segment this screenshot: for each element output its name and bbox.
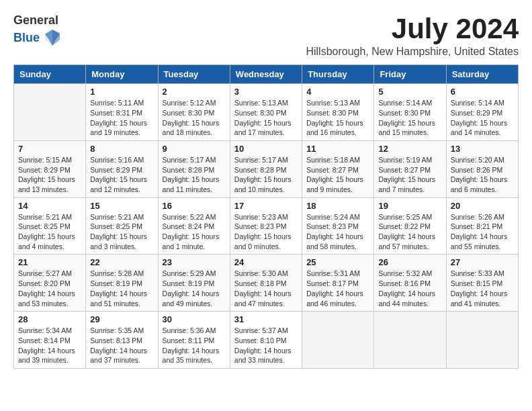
logo-general: General [13,13,58,27]
week-row-5: 28Sunrise: 5:34 AM Sunset: 8:14 PM Dayli… [14,312,519,369]
header-cell-tuesday: Tuesday [158,65,230,84]
day-number: 25 [306,257,369,267]
day-cell: 9Sunrise: 5:17 AM Sunset: 8:28 PM Daylig… [158,140,230,197]
day-cell: 24Sunrise: 5:30 AM Sunset: 8:18 PM Dayli… [230,255,302,312]
day-info: Sunrise: 5:37 AM Sunset: 8:10 PM Dayligh… [234,326,298,365]
day-number: 20 [451,201,514,211]
day-number: 12 [378,144,441,154]
header-cell-sunday: Sunday [14,65,86,84]
day-cell: 29Sunrise: 5:35 AM Sunset: 8:13 PM Dayli… [86,312,158,369]
day-cell [14,84,86,141]
day-info: Sunrise: 5:26 AM Sunset: 8:21 PM Dayligh… [451,212,514,252]
day-cell: 1Sunrise: 5:11 AM Sunset: 8:31 PM Daylig… [86,84,158,141]
day-number: 14 [18,201,81,211]
header-cell-thursday: Thursday [302,65,374,84]
day-cell: 10Sunrise: 5:17 AM Sunset: 8:28 PM Dayli… [230,140,302,197]
day-info: Sunrise: 5:18 AM Sunset: 8:27 PM Dayligh… [306,155,369,195]
day-number: 9 [163,144,226,154]
day-cell: 17Sunrise: 5:23 AM Sunset: 8:23 PM Dayli… [230,197,302,255]
day-info: Sunrise: 5:13 AM Sunset: 8:30 PM Dayligh… [306,98,369,138]
day-info: Sunrise: 5:17 AM Sunset: 8:28 PM Dayligh… [234,155,298,195]
day-cell: 8Sunrise: 5:16 AM Sunset: 8:29 PM Daylig… [86,140,158,197]
day-cell: 19Sunrise: 5:25 AM Sunset: 8:22 PM Dayli… [374,197,446,255]
day-number: 19 [378,201,441,211]
title-area: July 2024 Hillsborough, New Hampshire, U… [306,13,519,58]
day-cell: 11Sunrise: 5:18 AM Sunset: 8:27 PM Dayli… [302,140,374,197]
logo-icon [42,28,62,48]
day-number: 24 [234,257,298,267]
day-number: 30 [163,314,226,324]
day-info: Sunrise: 5:35 AM Sunset: 8:13 PM Dayligh… [90,326,153,365]
day-cell: 28Sunrise: 5:34 AM Sunset: 8:14 PM Dayli… [14,312,86,369]
day-cell: 23Sunrise: 5:29 AM Sunset: 8:19 PM Dayli… [158,255,230,312]
day-info: Sunrise: 5:16 AM Sunset: 8:29 PM Dayligh… [90,155,153,195]
day-number: 15 [90,201,153,211]
day-info: Sunrise: 5:14 AM Sunset: 8:29 PM Dayligh… [451,98,514,138]
day-cell [302,312,374,369]
day-info: Sunrise: 5:14 AM Sunset: 8:30 PM Dayligh… [378,98,441,138]
day-info: Sunrise: 5:27 AM Sunset: 8:20 PM Dayligh… [18,269,81,308]
header-row: SundayMondayTuesdayWednesdayThursdayFrid… [14,65,519,84]
location-title: Hillsborough, New Hampshire, United Stat… [306,46,519,58]
day-cell [446,312,518,369]
week-row-2: 7Sunrise: 5:15 AM Sunset: 8:29 PM Daylig… [14,140,519,197]
day-number: 18 [306,201,369,211]
day-number: 4 [306,87,369,97]
day-cell: 26Sunrise: 5:32 AM Sunset: 8:16 PM Dayli… [374,255,446,312]
day-info: Sunrise: 5:30 AM Sunset: 8:18 PM Dayligh… [234,269,298,308]
day-info: Sunrise: 5:21 AM Sunset: 8:25 PM Dayligh… [90,212,153,252]
logo: General Blue [13,13,62,48]
calendar-table: SundayMondayTuesdayWednesdayThursdayFrid… [13,64,519,369]
day-number: 2 [163,87,226,97]
day-info: Sunrise: 5:34 AM Sunset: 8:14 PM Dayligh… [18,326,81,365]
day-number: 13 [451,144,514,154]
day-number: 3 [234,87,298,97]
day-cell: 13Sunrise: 5:20 AM Sunset: 8:26 PM Dayli… [446,140,518,197]
day-cell: 30Sunrise: 5:36 AM Sunset: 8:11 PM Dayli… [158,312,230,369]
day-cell: 27Sunrise: 5:33 AM Sunset: 8:15 PM Dayli… [446,255,518,312]
day-info: Sunrise: 5:33 AM Sunset: 8:15 PM Dayligh… [451,269,514,308]
day-info: Sunrise: 5:29 AM Sunset: 8:19 PM Dayligh… [163,269,226,308]
week-row-1: 1Sunrise: 5:11 AM Sunset: 8:31 PM Daylig… [14,84,519,141]
week-row-4: 21Sunrise: 5:27 AM Sunset: 8:20 PM Dayli… [14,255,519,312]
week-row-3: 14Sunrise: 5:21 AM Sunset: 8:25 PM Dayli… [14,197,519,255]
day-cell: 31Sunrise: 5:37 AM Sunset: 8:10 PM Dayli… [230,312,302,369]
header-cell-monday: Monday [86,65,158,84]
day-info: Sunrise: 5:12 AM Sunset: 8:30 PM Dayligh… [163,98,226,138]
day-cell: 2Sunrise: 5:12 AM Sunset: 8:30 PM Daylig… [158,84,230,141]
day-cell: 21Sunrise: 5:27 AM Sunset: 8:20 PM Dayli… [14,255,86,312]
day-cell: 7Sunrise: 5:15 AM Sunset: 8:29 PM Daylig… [14,140,86,197]
day-number: 8 [90,144,153,154]
day-info: Sunrise: 5:32 AM Sunset: 8:16 PM Dayligh… [378,269,441,308]
day-info: Sunrise: 5:36 AM Sunset: 8:11 PM Dayligh… [163,326,226,365]
day-info: Sunrise: 5:31 AM Sunset: 8:17 PM Dayligh… [306,269,369,308]
day-cell: 15Sunrise: 5:21 AM Sunset: 8:25 PM Dayli… [86,197,158,255]
day-info: Sunrise: 5:24 AM Sunset: 8:23 PM Dayligh… [306,212,369,252]
day-cell: 18Sunrise: 5:24 AM Sunset: 8:23 PM Dayli… [302,197,374,255]
day-cell [374,312,446,369]
day-number: 7 [18,144,81,154]
day-number: 1 [90,87,153,97]
day-info: Sunrise: 5:15 AM Sunset: 8:29 PM Dayligh… [18,155,81,195]
day-number: 21 [18,257,81,267]
day-number: 27 [451,257,514,267]
header-cell-saturday: Saturday [446,65,518,84]
header: General Blue July 2024 Hillsborough, New… [13,13,519,58]
day-number: 26 [378,257,441,267]
day-number: 11 [306,144,369,154]
day-cell: 4Sunrise: 5:13 AM Sunset: 8:30 PM Daylig… [302,84,374,141]
day-info: Sunrise: 5:23 AM Sunset: 8:23 PM Dayligh… [234,212,298,252]
day-info: Sunrise: 5:19 AM Sunset: 8:27 PM Dayligh… [378,155,441,195]
day-info: Sunrise: 5:28 AM Sunset: 8:19 PM Dayligh… [90,269,153,308]
day-info: Sunrise: 5:11 AM Sunset: 8:31 PM Dayligh… [90,98,153,138]
day-info: Sunrise: 5:21 AM Sunset: 8:25 PM Dayligh… [18,212,81,252]
day-cell: 3Sunrise: 5:13 AM Sunset: 8:30 PM Daylig… [230,84,302,141]
header-cell-wednesday: Wednesday [230,65,302,84]
day-cell: 14Sunrise: 5:21 AM Sunset: 8:25 PM Dayli… [14,197,86,255]
day-cell: 5Sunrise: 5:14 AM Sunset: 8:30 PM Daylig… [374,84,446,141]
day-cell: 6Sunrise: 5:14 AM Sunset: 8:29 PM Daylig… [446,84,518,141]
day-info: Sunrise: 5:13 AM Sunset: 8:30 PM Dayligh… [234,98,298,138]
day-cell: 16Sunrise: 5:22 AM Sunset: 8:24 PM Dayli… [158,197,230,255]
day-number: 22 [90,257,153,267]
day-number: 28 [18,314,81,324]
